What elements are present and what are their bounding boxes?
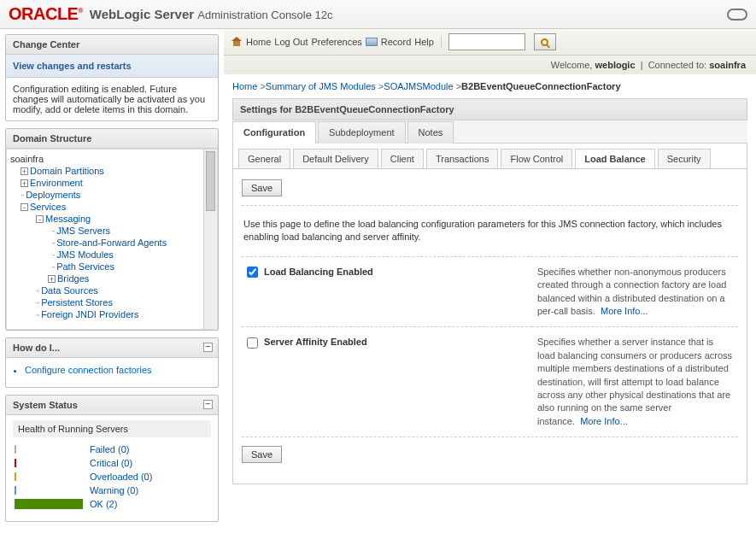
more-info-link[interactable]: More Info... bbox=[580, 416, 628, 426]
toolbar: Home Log Out Preferences Record Help bbox=[224, 29, 756, 56]
tree-leaf-icon: ·· bbox=[51, 249, 55, 260]
welcome-bar: Welcome, weblogic | Connected to: soainf… bbox=[224, 56, 756, 74]
tree-link[interactable]: Data Sources bbox=[41, 285, 98, 296]
subtab-load-balance[interactable]: Load Balance bbox=[575, 149, 655, 168]
tree-item[interactable]: ··JMS Servers bbox=[10, 225, 215, 237]
tree-item[interactable]: +Bridges bbox=[10, 273, 215, 284]
subtab-security[interactable]: Security bbox=[658, 149, 711, 168]
tree-link[interactable]: Persistent Stores bbox=[41, 297, 113, 308]
home-link[interactable]: Home bbox=[246, 37, 271, 47]
tab-notes[interactable]: Notes bbox=[407, 121, 454, 144]
tree-link[interactable]: Path Services bbox=[56, 261, 114, 272]
tree-link[interactable]: Services bbox=[30, 202, 66, 212]
tree-item[interactable]: +Environment bbox=[10, 177, 215, 189]
field-checkbox[interactable] bbox=[247, 267, 258, 278]
subtab-client[interactable]: Client bbox=[381, 149, 424, 168]
breadcrumb-home[interactable]: Home bbox=[232, 81, 257, 91]
tree-root[interactable]: soainfra bbox=[10, 153, 215, 165]
cloud-icon bbox=[727, 9, 747, 21]
tree-toggle-icon[interactable]: + bbox=[21, 179, 28, 187]
header-title: WebLogic Server Administration Console 1… bbox=[90, 7, 333, 21]
status-bar-icon bbox=[15, 499, 83, 509]
save-button[interactable]: Save bbox=[242, 446, 282, 463]
tree-leaf-icon: ·· bbox=[36, 297, 39, 308]
panel-title: Domain Structure bbox=[6, 129, 218, 149]
tree-link[interactable]: Domain Partitions bbox=[30, 166, 104, 176]
tree-item[interactable]: -Services bbox=[10, 201, 215, 213]
tree-item[interactable]: ··Persistent Stores bbox=[10, 296, 215, 308]
tree-link[interactable]: JMS Modules bbox=[56, 249, 114, 260]
tree-link[interactable]: Environment bbox=[30, 178, 83, 188]
settings-title: Settings for B2BEventQueueConnectionFact… bbox=[232, 98, 747, 120]
howdo-link[interactable]: Configure connection factories bbox=[25, 365, 152, 375]
tab-configuration[interactable]: Configuration bbox=[232, 121, 316, 144]
collapse-icon[interactable]: − bbox=[203, 343, 213, 352]
tree-link[interactable]: Foreign JNDI Providers bbox=[41, 309, 138, 319]
tree-item[interactable]: ··Foreign JNDI Providers bbox=[10, 308, 215, 320]
tree-link[interactable]: Messaging bbox=[45, 214, 91, 224]
breadcrumb: Home >Summary of JMS Modules >SOAJMSModu… bbox=[232, 81, 747, 91]
tab-subdeployment[interactable]: Subdeployment bbox=[318, 121, 405, 144]
field-checkbox[interactable] bbox=[247, 337, 258, 349]
tree-leaf-icon: ·· bbox=[51, 226, 55, 236]
status-link[interactable]: Overloaded (0) bbox=[90, 472, 152, 482]
record-icon bbox=[366, 38, 378, 46]
tree-item[interactable]: ··Path Services bbox=[10, 261, 215, 273]
status-row: OK (2) bbox=[13, 499, 211, 509]
subtab-flow-control[interactable]: Flow Control bbox=[501, 149, 572, 168]
tree-link[interactable]: Bridges bbox=[57, 273, 89, 284]
scrollbar-thumb[interactable] bbox=[206, 151, 215, 211]
status-bar-icon bbox=[15, 486, 83, 495]
tree-leaf-icon: ·· bbox=[51, 237, 55, 248]
search-button[interactable] bbox=[534, 33, 556, 50]
tree-toggle-icon[interactable]: + bbox=[48, 275, 56, 283]
tree-item[interactable]: ··Data Sources bbox=[10, 284, 215, 296]
collapse-icon[interactable]: − bbox=[203, 400, 213, 409]
system-status-panel: System Status − Health of Running Server… bbox=[5, 395, 219, 522]
change-center-panel: Change Center View changes and restarts … bbox=[5, 34, 219, 121]
tree-toggle-icon[interactable]: - bbox=[36, 215, 44, 223]
subtab-transactions[interactable]: Transactions bbox=[426, 149, 499, 168]
status-link[interactable]: Failed (0) bbox=[90, 444, 129, 454]
status-row: Critical (0) bbox=[13, 458, 211, 468]
status-bar-icon bbox=[15, 472, 83, 481]
help-link[interactable]: Help bbox=[414, 37, 434, 47]
view-changes-link[interactable]: View changes and restarts bbox=[13, 61, 132, 71]
form-row: Load Balancing EnabledSpecifies whether … bbox=[242, 257, 738, 327]
field-label[interactable]: Load Balancing Enabled bbox=[247, 267, 373, 277]
tree-leaf-icon: ·· bbox=[36, 309, 39, 319]
tree-item[interactable]: +Domain Partitions bbox=[10, 165, 215, 177]
tree-link[interactable]: JMS Servers bbox=[56, 226, 110, 236]
scrollbar[interactable] bbox=[203, 149, 217, 329]
record-link[interactable]: Record bbox=[381, 37, 411, 47]
tree-link[interactable]: Deployments bbox=[26, 190, 80, 200]
more-info-link[interactable]: More Info... bbox=[601, 306, 648, 316]
status-link[interactable]: Warning (0) bbox=[90, 485, 138, 495]
tree-item[interactable]: ··Deployments bbox=[10, 189, 215, 201]
tree-item[interactable]: ··JMS Modules bbox=[10, 249, 215, 261]
status-subtitle: Health of Running Servers bbox=[13, 420, 211, 437]
tree-item[interactable]: ··Store-and-Forward Agents bbox=[10, 237, 215, 249]
status-bar-icon bbox=[15, 459, 83, 467]
subtab-general[interactable]: General bbox=[238, 149, 290, 168]
breadcrumb-l1[interactable]: Summary of JMS Modules bbox=[266, 81, 376, 91]
tree-link[interactable]: Store-and-Forward Agents bbox=[56, 237, 167, 248]
logout-link[interactable]: Log Out bbox=[274, 37, 308, 47]
status-row: Overloaded (0) bbox=[13, 472, 211, 482]
status-link[interactable]: OK (2) bbox=[90, 499, 117, 509]
breadcrumb-l2[interactable]: SOAJMSModule bbox=[384, 81, 453, 91]
prefs-link[interactable]: Preferences bbox=[311, 37, 361, 47]
tree-item[interactable]: -Messaging bbox=[10, 213, 215, 225]
tree-toggle-icon[interactable]: + bbox=[21, 167, 28, 175]
search-input[interactable] bbox=[448, 33, 525, 50]
field-label[interactable]: Server Affinity Enabled bbox=[247, 337, 367, 347]
tree-leaf-icon: ·· bbox=[36, 285, 39, 296]
tree-leaf-icon: ·· bbox=[21, 190, 24, 200]
status-row: Warning (0) bbox=[13, 485, 211, 495]
subtab-default-delivery[interactable]: Default Delivery bbox=[293, 149, 378, 168]
tree-toggle-icon[interactable]: - bbox=[21, 203, 28, 211]
field-desc: Specifies whether a server instance that… bbox=[537, 337, 732, 425]
status-link[interactable]: Critical (0) bbox=[90, 458, 132, 468]
save-button[interactable]: Save bbox=[242, 179, 282, 196]
change-center-desc: Configuration editing is enabled. Future… bbox=[6, 78, 218, 120]
